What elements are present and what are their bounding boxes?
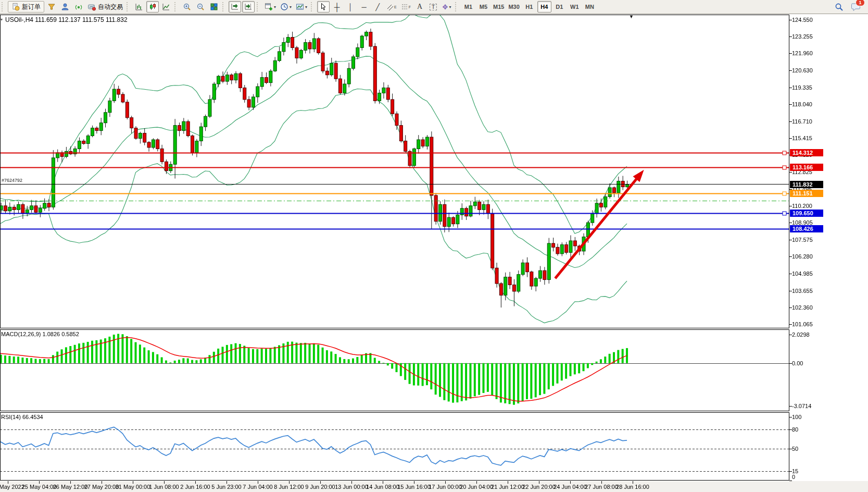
- price-tick-label: 116.710: [792, 118, 829, 125]
- candlestick-chart-icon: [148, 3, 157, 11]
- community-button[interactable]: [59, 1, 71, 13]
- search-icon: [835, 3, 844, 11]
- chart-shift-icon: [244, 3, 253, 11]
- tile-windows-icon: [210, 3, 218, 11]
- fibonacci-tool-button[interactable]: F: [399, 1, 412, 13]
- rsi-tick-label: 50: [792, 446, 829, 452]
- price-badge: 114.312: [790, 149, 823, 156]
- timeframe-m1-button[interactable]: M1: [461, 1, 475, 13]
- broadcast-button[interactable]: [72, 1, 85, 13]
- price-tick-label: 118.040: [792, 101, 829, 107]
- chart-window: ▾ USOil-,H4 111.659 112.137 111.575 111.…: [0, 0, 868, 492]
- bar-chart-icon: [135, 3, 143, 11]
- market-depth-button[interactable]: [45, 1, 58, 13]
- crosshair-tool-button[interactable]: ┼: [331, 1, 343, 13]
- channel-tool-button[interactable]: E: [385, 1, 398, 13]
- zoom-out-icon: [196, 3, 205, 11]
- price-badge: 111.151: [790, 190, 823, 197]
- chat-button[interactable]: 1: [850, 1, 862, 13]
- timeframe-h1-button[interactable]: H1: [522, 1, 536, 13]
- autotrading-button[interactable]: 自动交易: [86, 1, 124, 13]
- candlestick-chart-button[interactable]: [146, 1, 159, 13]
- price-badge: 109.650: [790, 210, 823, 217]
- chart-shift-button[interactable]: [242, 1, 255, 13]
- period-button[interactable]: ▾: [279, 1, 293, 13]
- horizontal-line-tool-button[interactable]: ─: [358, 1, 370, 13]
- price-badge: 113.166: [790, 164, 823, 171]
- text-tool-button[interactable]: A: [413, 1, 426, 13]
- template-icon: [296, 3, 304, 11]
- price-tick-label: 107.575: [792, 237, 829, 243]
- dropdown-icon: ▾: [449, 5, 451, 9]
- crosshair-icon: ┼: [334, 3, 340, 11]
- dropdown-icon: ▾: [290, 5, 292, 9]
- chart-canvas[interactable]: [0, 0, 868, 492]
- timeframe-w1-button[interactable]: W1: [568, 1, 582, 13]
- notification-badge: 1: [856, 0, 865, 6]
- channel-icon: [386, 3, 394, 11]
- trendline-icon: ╱: [375, 4, 380, 10]
- dropdown-icon: ▾: [274, 5, 276, 9]
- zoom-out-button[interactable]: [194, 1, 207, 13]
- autotrading-icon: [87, 3, 96, 11]
- price-tick-label: 123.255: [792, 33, 829, 40]
- template-button[interactable]: ▾: [294, 1, 309, 13]
- label-icon: T: [430, 4, 437, 10]
- timeframe-h4-button[interactable]: H4: [537, 1, 551, 13]
- vline-icon: │: [348, 4, 353, 10]
- broadcast-icon: [74, 3, 83, 11]
- zoom-in-button[interactable]: [181, 1, 193, 13]
- bar-chart-button[interactable]: [133, 1, 145, 13]
- timeframe-d1-button[interactable]: D1: [552, 1, 567, 13]
- expand-icon[interactable]: ▾: [1, 17, 3, 22]
- macd-indicator-label: MACD(12,26,9) 1.0826 0.5852: [1, 331, 79, 337]
- channel-e-icon: E: [394, 5, 397, 9]
- chart-shift-marker-icon[interactable]: ▼: [629, 14, 634, 19]
- auto-scroll-button[interactable]: [229, 1, 241, 13]
- price-tick-label: 110.200: [792, 203, 829, 209]
- text-icon: A: [417, 3, 422, 10]
- price-tick-label: 120.630: [792, 67, 829, 73]
- tile-windows-button[interactable]: [208, 1, 220, 13]
- new-chart-button[interactable]: ▾: [263, 1, 278, 13]
- main-toolbar: 新订单 自动交易: [0, 0, 868, 14]
- arrows-tool-button[interactable]: ✥ ▾: [441, 1, 453, 13]
- hline-icon: ─: [361, 4, 366, 10]
- arrows-icon: ✥: [443, 4, 448, 10]
- search-button[interactable]: [833, 1, 845, 13]
- price-tick-label: 124.550: [792, 17, 829, 23]
- toolbar-grip: [222, 2, 225, 11]
- chart-title: USOil-,H4 111.659 112.137 111.575 111.83…: [5, 16, 128, 23]
- price-badge: 111.832: [790, 181, 823, 188]
- funnel-icon: [47, 3, 56, 11]
- rsi-tick-label: 15: [792, 468, 829, 474]
- text-label-tool-button[interactable]: T: [427, 1, 439, 13]
- rsi-tick-label: 80: [792, 426, 829, 433]
- macd-tick-label: 0.00: [792, 360, 829, 366]
- line-chart-icon: [162, 3, 170, 11]
- timeframe-mn-button[interactable]: MN: [583, 1, 597, 13]
- clock-icon: [280, 3, 288, 11]
- rsi-tick-label: 0: [792, 474, 829, 480]
- new-order-button[interactable]: 新订单: [8, 1, 44, 13]
- cursor-tool-button[interactable]: [317, 1, 330, 13]
- line-chart-button[interactable]: [160, 1, 172, 13]
- rsi-tick-label: 100: [792, 414, 829, 420]
- macd-tick-label: 2.0298: [792, 331, 829, 338]
- auto-scroll-icon: [231, 3, 239, 11]
- zoom-in-icon: [183, 3, 191, 11]
- price-tick-label: 119.335: [792, 84, 829, 91]
- trendline-tool-button[interactable]: ╱: [371, 1, 384, 13]
- price-tick-label: 101.065: [792, 321, 829, 327]
- price-tick-label: 115.415: [792, 135, 829, 141]
- dropdown-icon: ▾: [305, 5, 307, 9]
- autotrading-label: 自动交易: [98, 3, 123, 11]
- price-badge: 108.426: [790, 225, 823, 232]
- toolbar-grip: [455, 2, 458, 11]
- timeframe-m15-button[interactable]: M15: [492, 1, 506, 13]
- timeframe-m5-button[interactable]: M5: [476, 1, 490, 13]
- community-icon: [61, 3, 69, 11]
- timeframe-m30-button[interactable]: M30: [507, 1, 521, 13]
- vertical-line-tool-button[interactable]: │: [344, 1, 357, 13]
- new-chart-icon: [265, 3, 273, 11]
